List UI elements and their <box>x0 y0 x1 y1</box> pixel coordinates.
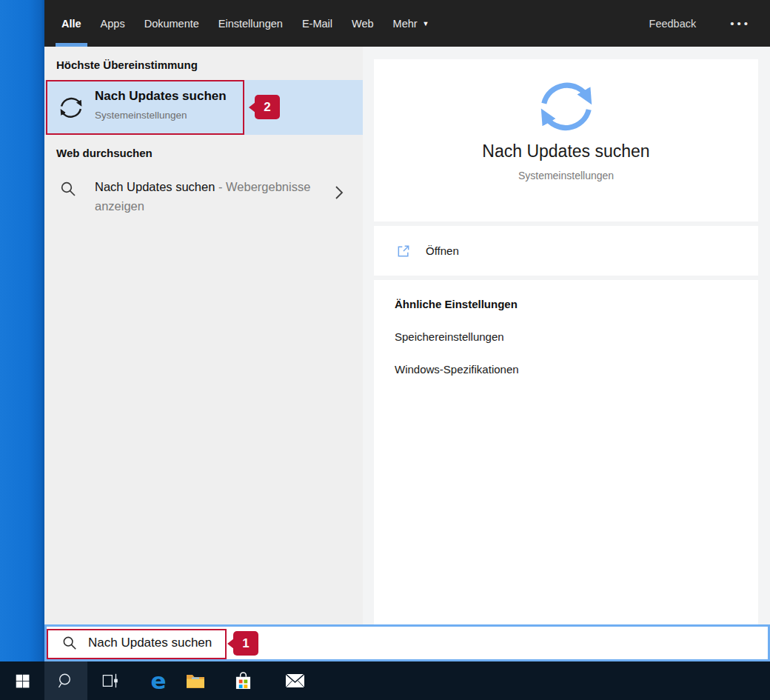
preview-title: Nach Updates suchen <box>374 141 758 161</box>
task-view-button[interactable] <box>95 661 127 700</box>
search-icon <box>57 672 75 690</box>
edge-logo-icon: e <box>150 670 166 693</box>
preview-subtitle: Systemeinstellungen <box>374 170 758 181</box>
screen: Alle Apps Dokumente Einstellungen E-Mail… <box>0 0 770 700</box>
file-explorer-icon <box>186 673 205 689</box>
open-external-icon <box>396 244 411 259</box>
start-button[interactable] <box>0 661 44 700</box>
taskbar-search-box[interactable]: 1 <box>44 624 770 661</box>
related-item-windows-spezifikationen[interactable]: Windows-Spezifikationen <box>395 363 758 376</box>
taskbar-search-button[interactable] <box>44 661 87 700</box>
related-settings-card: Ähnliche Einstellungen Speichereinstellu… <box>374 280 758 624</box>
annotation-marker-1: 1 <box>233 631 258 656</box>
best-match-result[interactable]: Nach Updates suchen Systemeinstellungen <box>44 80 363 135</box>
annotation-marker-2: 2 <box>255 95 280 119</box>
best-match-title: Nach Updates suchen <box>95 89 227 104</box>
search-icon <box>61 635 78 651</box>
search-filter-bar: Alle Apps Dokumente Einstellungen E-Mail… <box>44 0 770 47</box>
tab-einstellungen[interactable]: Einstellungen <box>209 0 292 47</box>
best-match-subtitle: Systemeinstellungen <box>95 110 187 121</box>
more-options-icon[interactable]: ••• <box>730 17 751 30</box>
chevron-right-icon[interactable] <box>335 185 344 200</box>
preview-panel: Nach Updates suchen Systemeinstellungen … <box>363 47 770 624</box>
web-search-header: Web durchsuchen <box>56 147 153 159</box>
feedback-button[interactable]: Feedback <box>649 18 697 30</box>
search-input[interactable] <box>87 635 549 651</box>
sync-icon <box>58 94 84 121</box>
preview-hero-card: Nach Updates suchen Systemeinstellungen <box>374 59 758 221</box>
search-icon <box>59 180 77 198</box>
mail-button[interactable] <box>277 661 312 700</box>
best-match-header: Höchste Übereinstimmung <box>56 59 198 71</box>
web-result-text: Nach Updates suchen - Webergebnisse anze… <box>95 177 314 216</box>
taskbar: e <box>0 661 770 700</box>
tab-web[interactable]: Web <box>342 0 384 47</box>
task-view-icon <box>102 673 120 689</box>
tab-apps[interactable]: Apps <box>91 0 135 47</box>
open-label: Öffnen <box>426 244 459 257</box>
store-bag-icon <box>235 672 252 690</box>
tab-mehr[interactable]: Mehr ▼ <box>384 0 439 47</box>
microsoft-store-button[interactable] <box>227 661 259 700</box>
related-item-speichereinstellungen[interactable]: Speichereinstellungen <box>395 330 758 343</box>
mail-envelope-icon <box>285 673 305 688</box>
open-action-row[interactable]: Öffnen <box>374 226 758 276</box>
chevron-down-icon: ▼ <box>423 20 429 27</box>
desktop-background-strip <box>0 0 44 661</box>
tab-email[interactable]: E-Mail <box>292 0 342 47</box>
web-search-result[interactable]: Nach Updates suchen - Webergebnisse anze… <box>44 173 363 232</box>
tab-dokumente[interactable]: Dokumente <box>135 0 209 47</box>
edge-browser-button[interactable]: e <box>142 661 175 700</box>
related-settings-header: Ähnliche Einstellungen <box>395 298 758 310</box>
topbar-right-group: Feedback ••• <box>649 17 770 30</box>
windows-logo-icon <box>15 673 30 689</box>
tab-alle[interactable]: Alle <box>52 0 91 47</box>
sync-icon-large <box>532 75 600 137</box>
search-results-panel: Höchste Übereinstimmung Nach Updates suc… <box>44 47 363 624</box>
file-explorer-button[interactable] <box>179 661 212 700</box>
